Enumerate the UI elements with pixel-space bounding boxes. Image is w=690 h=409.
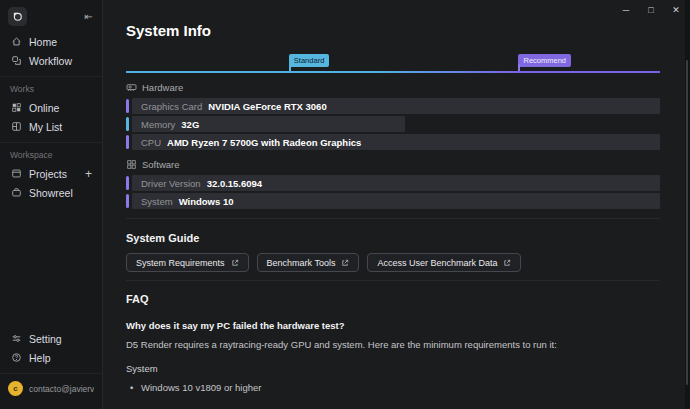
access-user-benchmark-data-button[interactable]: Access User Benchmark Data bbox=[367, 253, 521, 272]
external-link-icon bbox=[231, 259, 239, 267]
external-link-icon bbox=[341, 259, 349, 267]
divider bbox=[126, 280, 660, 281]
row-value: 32G bbox=[181, 119, 199, 130]
sidebar-bottom: Setting Help c contacto@javiervillar.... bbox=[0, 329, 102, 409]
help-icon bbox=[10, 352, 22, 363]
hardware-section-header: Hardware bbox=[126, 82, 660, 93]
row-accent-bar bbox=[126, 194, 129, 208]
hardware-row-gpu: Graphics Card NVIDIA GeForce RTX 3060 bbox=[126, 98, 660, 114]
page-title: System Info bbox=[126, 22, 660, 39]
sidebar-header: ⇤ bbox=[0, 0, 102, 32]
sidebar-section-workspace: Workspace bbox=[0, 143, 102, 164]
hardware-row-memory: Memory 32G bbox=[126, 116, 660, 132]
software-row-system: System Windows 10 bbox=[126, 193, 660, 209]
system-requirements-button[interactable]: System Requirements bbox=[126, 253, 249, 272]
home-icon bbox=[10, 36, 22, 47]
sliders-icon bbox=[10, 333, 22, 344]
row-bar: Memory 32G bbox=[132, 116, 405, 132]
row-value: AMD Ryzen 7 5700G with Radeon Graphics bbox=[167, 137, 361, 148]
sidebar-item-my-list[interactable]: My List bbox=[0, 117, 102, 136]
sidebar-item-label: Showreel bbox=[29, 187, 73, 199]
faq-question: Why does it say my PC failed the hardwar… bbox=[126, 320, 660, 331]
section-title: Software bbox=[142, 159, 180, 170]
benchmark-tools-button[interactable]: Benchmark Tools bbox=[257, 253, 360, 272]
sidebar-item-label: Help bbox=[29, 352, 51, 364]
sidebar-item-label: Home bbox=[29, 36, 57, 48]
system-guide-heading: System Guide bbox=[126, 232, 660, 244]
benchmark-gradient-line bbox=[126, 71, 660, 73]
sidebar-item-help[interactable]: Help bbox=[0, 348, 102, 367]
row-label: CPU bbox=[141, 137, 161, 148]
maximize-button[interactable]: □ bbox=[644, 3, 658, 17]
sidebar-item-label: Online bbox=[29, 102, 59, 114]
sidebar-item-label: Setting bbox=[29, 333, 62, 345]
faq-answer: D5 Render requires a raytracing-ready GP… bbox=[126, 339, 660, 350]
list-layout-icon bbox=[10, 121, 22, 132]
sidebar-item-home[interactable]: Home bbox=[0, 32, 102, 51]
row-value: 32.0.15.6094 bbox=[207, 178, 262, 189]
collapse-sidebar-icon[interactable]: ⇤ bbox=[85, 11, 93, 22]
avatar: c bbox=[8, 381, 23, 396]
button-label: Benchmark Tools bbox=[267, 258, 336, 268]
projects-window-icon bbox=[10, 168, 22, 179]
window-controls: ─ □ ✕ bbox=[619, 3, 683, 17]
briefcase-icon bbox=[10, 187, 22, 198]
sidebar-item-showreel[interactable]: Showreel bbox=[0, 183, 102, 202]
close-button[interactable]: ✕ bbox=[669, 3, 683, 17]
app-window: ⇤ Home Workflow Works Online My List Wor… bbox=[0, 0, 690, 409]
button-label: System Requirements bbox=[136, 258, 225, 268]
row-label: Graphics Card bbox=[141, 101, 202, 112]
add-project-button[interactable]: + bbox=[85, 167, 92, 181]
faq-heading: FAQ bbox=[126, 293, 660, 305]
row-accent-bar bbox=[126, 176, 129, 190]
row-bar: CPU AMD Ryzen 7 5700G with Radeon Graphi… bbox=[132, 134, 660, 150]
sidebar-item-label: My List bbox=[29, 121, 62, 133]
sidebar-item-setting[interactable]: Setting bbox=[0, 329, 102, 348]
section-title: Hardware bbox=[142, 82, 183, 93]
workflow-icon bbox=[10, 55, 22, 66]
system-info-panel: System Info Standard Recommend Hardware … bbox=[104, 0, 690, 409]
row-label: Driver Version bbox=[141, 178, 201, 189]
sidebar-item-label: Workflow bbox=[29, 55, 72, 67]
button-label: Access User Benchmark Data bbox=[377, 258, 497, 268]
d5-render-logo bbox=[8, 7, 27, 26]
faq-group-system-title: System bbox=[126, 363, 660, 374]
faq-group-system-list: Windows 10 v1809 or higher bbox=[126, 381, 660, 394]
standard-badge: Standard bbox=[289, 54, 329, 68]
row-bar: Graphics Card NVIDIA GeForce RTX 3060 bbox=[132, 98, 660, 114]
row-value: NVIDIA GeForce RTX 3060 bbox=[208, 101, 326, 112]
recommend-badge: Recommend bbox=[518, 54, 571, 68]
sidebar-item-projects[interactable]: Projects + bbox=[0, 164, 102, 183]
row-accent-bar bbox=[126, 117, 129, 131]
row-label: Memory bbox=[141, 119, 175, 130]
software-grid-icon bbox=[126, 159, 137, 170]
hardware-row-cpu: CPU AMD Ryzen 7 5700G with Radeon Graphi… bbox=[126, 134, 660, 150]
divider bbox=[126, 218, 660, 219]
sidebar: ⇤ Home Workflow Works Online My List Wor… bbox=[0, 0, 103, 409]
sidebar-item-label: Projects bbox=[29, 168, 67, 180]
gpu-card-icon bbox=[126, 82, 137, 93]
system-guide-buttons: System Requirements Benchmark Tools Acce… bbox=[126, 253, 660, 272]
software-row-driver: Driver Version 32.0.15.6094 bbox=[126, 175, 660, 191]
minimize-button[interactable]: ─ bbox=[619, 3, 633, 17]
account-button[interactable]: c contacto@javiervillar.... bbox=[0, 373, 102, 405]
grid-icon bbox=[10, 102, 22, 113]
row-accent-bar bbox=[126, 135, 129, 149]
row-value: Windows 10 bbox=[179, 196, 234, 207]
row-label: System bbox=[141, 196, 173, 207]
software-section-header: Software bbox=[126, 159, 660, 170]
external-link-icon bbox=[503, 259, 511, 267]
sidebar-item-online[interactable]: Online bbox=[0, 98, 102, 117]
sidebar-section-works: Works bbox=[0, 77, 102, 98]
row-bar: System Windows 10 bbox=[132, 193, 660, 209]
row-accent-bar bbox=[126, 99, 129, 113]
sidebar-spacer bbox=[0, 202, 102, 329]
list-item: Windows 10 v1809 or higher bbox=[126, 381, 660, 394]
scrollbar-thumb[interactable] bbox=[686, 60, 688, 385]
sidebar-item-workflow[interactable]: Workflow bbox=[0, 51, 102, 70]
row-bar: Driver Version 32.0.15.6094 bbox=[132, 175, 660, 191]
account-email: contacto@javiervillar.... bbox=[29, 384, 94, 394]
benchmark-scale: Standard Recommend bbox=[126, 56, 660, 73]
